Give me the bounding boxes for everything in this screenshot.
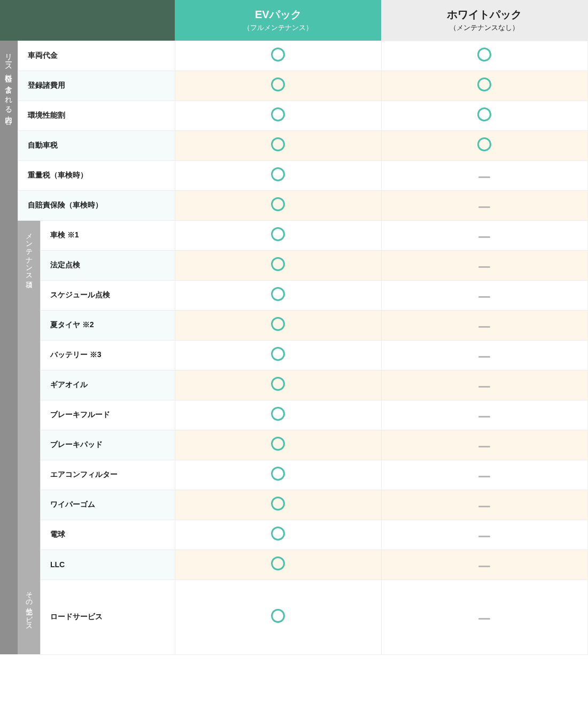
cell-white xyxy=(381,130,587,160)
cell-ev xyxy=(175,41,381,71)
dash-icon xyxy=(478,446,490,447)
table-row: ブレーキフルード xyxy=(0,400,588,430)
row-label: ブレーキパッド xyxy=(40,430,175,460)
circle-icon xyxy=(271,557,285,570)
circle-icon xyxy=(271,107,285,121)
section-maintenance: メンテナンス項目 xyxy=(18,220,40,579)
row-label: ワイパーゴム xyxy=(40,490,175,520)
row-label: ギアオイル xyxy=(40,370,175,400)
cell-ev xyxy=(175,340,381,370)
circle-icon xyxy=(271,407,285,421)
header-corner xyxy=(0,0,175,41)
cell-white xyxy=(381,71,587,101)
row-label: 登録諸費用 xyxy=(18,71,175,101)
section-maintenance-label: メンテナンス項目 xyxy=(24,228,34,276)
row-label: 自賠責保険（車検時） xyxy=(18,190,175,220)
circle-icon xyxy=(271,197,285,211)
cell-white xyxy=(381,160,587,190)
dash-icon xyxy=(478,356,490,358)
header-white-pack: ホワイトパック （メンテナンスなし） xyxy=(381,0,587,41)
header-white-title: ホワイトパック xyxy=(381,8,587,21)
cell-ev xyxy=(175,460,381,490)
table-row: LLC xyxy=(0,550,588,579)
table-row: ギアオイル xyxy=(0,370,588,400)
cell-white xyxy=(381,490,587,520)
table-row: 自動車税 xyxy=(0,130,588,160)
cell-white xyxy=(381,101,587,130)
table-row: 電球 xyxy=(0,520,588,550)
cell-white xyxy=(381,579,587,654)
table-row: リース料金に含まれる内容 車両代金 xyxy=(0,41,588,71)
comparison-table: EVパック （フルメンテナンス） ホワイトパック （メンテナンスなし） リース料… xyxy=(0,0,588,655)
circle-icon xyxy=(271,609,285,623)
circle-icon xyxy=(271,257,285,271)
dash-icon xyxy=(478,266,490,268)
table-row: スケジュール点検 xyxy=(0,280,588,310)
circle-icon xyxy=(477,78,491,91)
cell-white xyxy=(381,430,587,460)
dash-icon xyxy=(478,416,490,418)
row-label: 電球 xyxy=(40,520,175,550)
table-row: 自賠責保険（車検時） xyxy=(0,190,588,220)
row-label: バッテリー ※3 xyxy=(40,340,175,370)
table-row: 登録諸費用 xyxy=(0,71,588,101)
circle-icon xyxy=(477,48,491,61)
row-label: エアコンフィルター xyxy=(40,460,175,490)
cell-white xyxy=(381,250,587,280)
row-label: スケジュール点検 xyxy=(40,280,175,310)
cell-ev xyxy=(175,430,381,460)
circle-icon xyxy=(271,78,285,91)
cell-white xyxy=(381,220,587,250)
table-row: ブレーキパッド xyxy=(0,430,588,460)
cell-white xyxy=(381,340,587,370)
header-ev-pack: EVパック （フルメンテナンス） xyxy=(175,0,381,41)
section-other-label: その他サービス xyxy=(24,587,34,627)
row-label: 車検 ※1 xyxy=(40,220,175,250)
cell-ev xyxy=(175,550,381,579)
cell-ev xyxy=(175,101,381,130)
cell-ev xyxy=(175,160,381,190)
row-label: 法定点検 xyxy=(40,250,175,280)
table-row: 法定点検 xyxy=(0,250,588,280)
circle-icon xyxy=(271,227,285,241)
table-row: 環境性能割 xyxy=(0,101,588,130)
table-row: その他サービス ロードサービス xyxy=(0,579,588,654)
circle-icon xyxy=(271,497,285,511)
section-main: リース料金に含まれる内容 xyxy=(0,41,18,654)
circle-icon xyxy=(271,527,285,540)
dash-icon xyxy=(478,296,490,298)
cell-ev xyxy=(175,190,381,220)
circle-icon xyxy=(271,137,285,151)
dash-icon xyxy=(478,476,490,477)
dash-icon xyxy=(478,326,490,328)
cell-ev xyxy=(175,310,381,340)
cell-ev xyxy=(175,220,381,250)
table-row: メンテナンス項目 車検 ※1 xyxy=(0,220,588,250)
circle-icon xyxy=(477,107,491,121)
cell-ev xyxy=(175,280,381,310)
circle-icon xyxy=(477,137,491,151)
cell-ev xyxy=(175,370,381,400)
row-label: 車両代金 xyxy=(18,41,175,71)
cell-ev xyxy=(175,579,381,654)
row-label: LLC xyxy=(40,550,175,579)
circle-icon xyxy=(271,287,285,301)
cell-ev xyxy=(175,400,381,430)
section-main-label: リース料金に含まれる内容 xyxy=(4,48,13,112)
table-row: 重量税（車検時） xyxy=(0,160,588,190)
cell-white xyxy=(381,370,587,400)
cell-white xyxy=(381,280,587,310)
cell-white xyxy=(381,520,587,550)
cell-ev xyxy=(175,71,381,101)
row-label: ロードサービス xyxy=(40,579,175,654)
circle-icon xyxy=(271,347,285,361)
row-label: 重量税（車検時） xyxy=(18,160,175,190)
circle-icon xyxy=(271,377,285,391)
cell-ev xyxy=(175,520,381,550)
header-white-sub: （メンテナンスなし） xyxy=(381,23,587,33)
table-row: バッテリー ※3 xyxy=(0,340,588,370)
header-ev-sub: （フルメンテナンス） xyxy=(175,23,381,33)
circle-icon xyxy=(271,167,285,181)
dash-icon xyxy=(478,566,490,567)
dash-icon xyxy=(478,618,490,620)
